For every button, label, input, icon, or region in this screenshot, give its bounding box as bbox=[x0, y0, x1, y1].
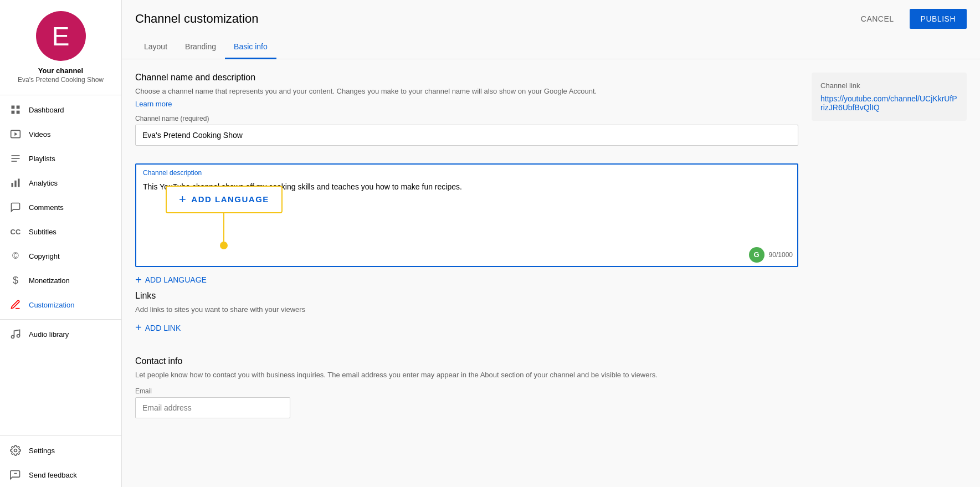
channel-name-input[interactable] bbox=[135, 125, 798, 146]
add-language-button[interactable]: + ADD LANGUAGE bbox=[135, 269, 207, 291]
svg-point-13 bbox=[17, 335, 20, 337]
svg-rect-2 bbox=[12, 111, 15, 114]
user-avatar-small: G bbox=[749, 247, 764, 263]
email-label: Email bbox=[135, 387, 290, 395]
tabs: Layout Branding Basic info bbox=[122, 35, 980, 59]
avatar: E bbox=[36, 11, 86, 61]
contact-info-desc: Let people know how to contact you with … bbox=[135, 370, 798, 381]
svg-rect-1 bbox=[17, 106, 20, 109]
sidebar-item-analytics[interactable]: Analytics bbox=[0, 171, 121, 195]
sidebar: E Your channel Eva's Pretend Cooking Sho… bbox=[0, 0, 122, 487]
sidebar-label-videos: Videos bbox=[29, 130, 51, 139]
arrow-line bbox=[223, 213, 224, 242]
char-count: 90/1000 bbox=[769, 251, 793, 259]
send-feedback-icon bbox=[9, 468, 22, 481]
add-link-label: ADD LINK bbox=[145, 324, 181, 332]
tab-basic-info[interactable]: Basic info bbox=[225, 35, 276, 59]
content-right: Channel link https://youtube.com/channel… bbox=[812, 73, 967, 436]
sidebar-divider-3 bbox=[0, 435, 121, 436]
channel-name-label: Channel name (required) bbox=[135, 115, 798, 122]
callout-label: ADD LANGUAGE bbox=[191, 194, 269, 204]
svg-marker-5 bbox=[14, 132, 17, 136]
channel-name-desc: Choose a channel name that represents yo… bbox=[135, 86, 798, 97]
top-actions: CANCEL PUBLISH bbox=[852, 9, 967, 29]
sidebar-label-dashboard: Dashboard bbox=[29, 106, 64, 114]
add-language-callout-box[interactable]: + ADD LANGUAGE bbox=[166, 186, 283, 213]
cancel-button[interactable]: CANCEL bbox=[852, 10, 903, 28]
sidebar-label-audio-library: Audio library bbox=[29, 330, 69, 339]
svg-rect-3 bbox=[17, 111, 20, 114]
sidebar-label-monetization: Monetization bbox=[29, 276, 70, 285]
sidebar-label-settings: Settings bbox=[29, 447, 55, 455]
links-desc: Add links to sites you want to share wit… bbox=[135, 304, 798, 315]
sidebar-item-comments[interactable]: Comments bbox=[0, 195, 121, 219]
playlists-icon bbox=[9, 152, 22, 165]
audio-library-icon bbox=[9, 327, 22, 341]
channel-title: Your channel bbox=[38, 66, 83, 75]
email-input[interactable] bbox=[135, 397, 290, 418]
analytics-icon bbox=[9, 176, 22, 189]
page-title: Channel customization bbox=[135, 12, 259, 26]
publish-button[interactable]: PUBLISH bbox=[910, 9, 967, 29]
content-left: Channel name and description Choose a ch… bbox=[135, 73, 798, 436]
svg-rect-0 bbox=[12, 106, 15, 109]
dashboard-icon bbox=[9, 103, 22, 116]
add-language-row: + ADD LANGUAGE bbox=[135, 269, 798, 291]
sidebar-label-subtitles: Subtitles bbox=[29, 228, 57, 236]
sidebar-item-settings[interactable]: Settings bbox=[0, 438, 121, 463]
sidebar-item-copyright[interactable]: © Copyright bbox=[0, 244, 121, 268]
svg-point-12 bbox=[12, 336, 14, 339]
sidebar-label-comments: Comments bbox=[29, 203, 64, 212]
sidebar-label-playlists: Playlists bbox=[29, 155, 55, 163]
customization-icon bbox=[9, 298, 22, 311]
channel-description-label: Channel description bbox=[136, 165, 797, 177]
sidebar-item-dashboard[interactable]: Dashboard bbox=[0, 98, 121, 122]
sidebar-bottom: Settings Send feedback bbox=[0, 433, 121, 487]
svg-rect-11 bbox=[18, 179, 19, 187]
sidebar-item-videos[interactable]: Videos bbox=[0, 122, 121, 146]
learn-more-link[interactable]: Learn more bbox=[135, 100, 172, 108]
sidebar-label-customization: Customization bbox=[29, 301, 74, 309]
arrow-dot bbox=[220, 242, 228, 249]
tab-layout[interactable]: Layout bbox=[135, 35, 176, 59]
monetization-icon: $ bbox=[9, 274, 22, 287]
videos-icon bbox=[9, 127, 22, 141]
callout-plus-icon: + bbox=[179, 192, 187, 207]
add-link-plus-icon: + bbox=[135, 321, 142, 334]
add-link-button[interactable]: + ADD LINK bbox=[135, 317, 181, 339]
sidebar-item-customization[interactable]: Customization bbox=[0, 293, 121, 317]
svg-rect-9 bbox=[12, 183, 13, 187]
channel-name-title: Channel name and description bbox=[135, 73, 798, 83]
add-language-label: ADD LANGUAGE bbox=[145, 275, 207, 284]
add-lang-plus-icon: + bbox=[135, 274, 142, 286]
top-bar: Channel customization CANCEL PUBLISH bbox=[122, 0, 980, 29]
sidebar-divider-2 bbox=[0, 319, 121, 320]
channel-link-box: Channel link https://youtube.com/channel… bbox=[812, 73, 967, 121]
sidebar-label-send-feedback: Send feedback bbox=[29, 471, 77, 479]
content-area: Channel name and description Choose a ch… bbox=[122, 59, 980, 449]
svg-rect-10 bbox=[14, 181, 16, 187]
sidebar-divider bbox=[0, 95, 121, 95]
sidebar-item-send-feedback[interactable]: Send feedback bbox=[0, 463, 121, 487]
sidebar-item-subtitles[interactable]: CC Subtitles bbox=[0, 219, 121, 244]
channel-subtitle: Eva's Pretend Cooking Show bbox=[12, 76, 109, 84]
svg-point-14 bbox=[14, 449, 17, 452]
comments-icon bbox=[9, 201, 22, 214]
tab-branding[interactable]: Branding bbox=[176, 35, 225, 59]
channel-link-url[interactable]: https://youtube.com/channel/UCjKkrUfPriz… bbox=[820, 94, 957, 112]
channel-name-input-group: Channel name (required) bbox=[135, 115, 798, 146]
links-section: Links Add links to sites you want to sha… bbox=[135, 291, 798, 339]
channel-name-section: Channel name and description Choose a ch… bbox=[135, 73, 798, 146]
copyright-icon: © bbox=[9, 249, 22, 263]
contact-info-section: Contact info Let people know how to cont… bbox=[135, 356, 798, 418]
sidebar-label-copyright: Copyright bbox=[29, 252, 60, 260]
sidebar-label-analytics: Analytics bbox=[29, 179, 58, 187]
add-language-callout: + ADD LANGUAGE bbox=[166, 186, 283, 249]
links-title: Links bbox=[135, 291, 798, 301]
sidebar-item-playlists[interactable]: Playlists bbox=[0, 146, 121, 171]
arrow-wrapper bbox=[166, 213, 283, 249]
sidebar-item-audio-library[interactable]: Audio library bbox=[0, 322, 121, 346]
channel-link-title: Channel link bbox=[820, 81, 958, 90]
description-section: Channel description This YouTube channel… bbox=[135, 163, 798, 291]
sidebar-item-monetization[interactable]: $ Monetization bbox=[0, 268, 121, 293]
